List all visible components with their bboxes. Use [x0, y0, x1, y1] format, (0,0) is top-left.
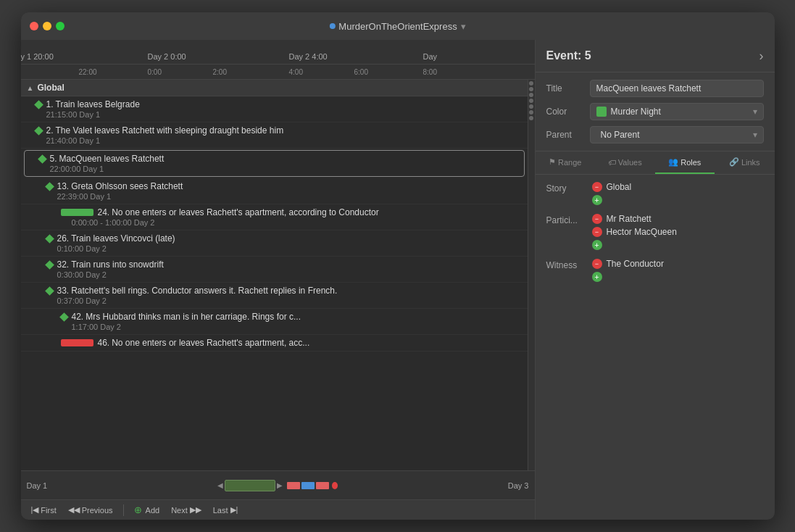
event-num: 46.	[98, 338, 110, 348]
minimap-bar-green	[225, 480, 275, 491]
event-num: 26.	[57, 233, 70, 244]
color-dropdown-icon: ▾	[753, 107, 757, 117]
event-num: 2.	[46, 125, 54, 136]
event-time: 0:37:00 Day 2	[57, 296, 522, 305]
color-select[interactable]: Murder Night ▾	[590, 103, 764, 120]
title-dot-icon	[329, 23, 335, 29]
detail-tabs: ⚑ Range 🏷 Values 👥 Roles 🔗 Links	[536, 151, 775, 175]
day-label-1: Day 1	[27, 481, 48, 490]
window-title: MurderOnTheOrientExpress ▾	[329, 21, 465, 32]
ruler-label-2: Day 2 0:00	[148, 52, 186, 61]
sub-tick-3: 2:00	[213, 68, 227, 76]
remove-conductor-button[interactable]: −	[592, 259, 602, 269]
last-icon: ▶|	[230, 505, 238, 515]
participants-role-label: Partici...	[546, 214, 586, 225]
minimap-color-bars	[287, 482, 338, 489]
minimap: ◀ ▶	[217, 480, 338, 491]
previous-label: Previous	[82, 506, 113, 515]
remove-macqueen-button[interactable]: −	[592, 227, 602, 237]
sub-tick-5: 6:00	[354, 68, 368, 76]
event-id-title: Event: 5	[546, 49, 591, 62]
witness-role-header: Witness − The Conductor +	[546, 259, 764, 282]
title-label: Title	[546, 83, 583, 93]
last-label: Last	[213, 506, 228, 515]
first-button[interactable]: |◀ First	[27, 504, 61, 516]
tab-links[interactable]: 🔗 Links	[715, 151, 775, 174]
event-title-text: Train runs into snowdrift	[71, 259, 164, 270]
event-item-33[interactable]: 33. Ratchett's bell rings. Conductor ans…	[21, 283, 528, 309]
add-label: Add	[146, 506, 160, 515]
event-item-42[interactable]: 42. Mrs Hubbard thinks man is in her car…	[21, 309, 528, 335]
add-participant-button[interactable]: +	[592, 240, 602, 250]
participant-entry-macqueen: − Hector MacQueen	[592, 227, 764, 237]
story-role-section: Story − Global +	[546, 182, 764, 205]
add-icon: ⊕	[134, 504, 142, 515]
minimap-red-bar2	[316, 482, 329, 489]
event-diamond-icon	[45, 234, 54, 244]
event-item-32[interactable]: 32. Train runs into snowdrift 0:30:00 Da…	[21, 257, 528, 283]
event-title-text: Train leaves Vincovci (late)	[71, 233, 175, 244]
event-item-26[interactable]: 26. Train leaves Vincovci (late) 0:10:00…	[21, 230, 528, 257]
color-value: Murder Night	[611, 107, 753, 117]
next-icon: ▶▶	[190, 505, 201, 515]
section-label: Global	[37, 83, 64, 93]
maximize-button[interactable]	[56, 22, 64, 30]
event-form: Title Color Murder Night ▾ Parent No Par…	[536, 72, 775, 151]
event-time: 22:39:00 Day 1	[57, 192, 522, 201]
event-num: 42.	[72, 312, 84, 322]
participant-entry-ratchett: − Mr Ratchett	[592, 214, 764, 224]
tab-values[interactable]: 🏷 Values	[595, 151, 655, 174]
add-story-button[interactable]: +	[592, 195, 602, 205]
witness-role-label: Witness	[546, 259, 586, 270]
add-button[interactable]: ⊕ Add	[130, 503, 165, 517]
color-swatch	[596, 107, 607, 117]
first-label: First	[41, 506, 56, 515]
parent-select[interactable]: No Parent ▾	[590, 126, 764, 144]
next-button[interactable]: Next ▶▶	[167, 504, 206, 516]
timeline-panel: y 1 20:00 Day 2 0:00 Day 2 4:00 Day 22:0…	[21, 40, 536, 520]
tab-roles-label: Roles	[680, 158, 701, 167]
roles-content: Story − Global + Partici...	[536, 175, 775, 520]
scrollbar-indicator	[529, 116, 533, 120]
witness-role-entries: − The Conductor +	[592, 259, 764, 282]
event-item-1[interactable]: 1. Train leaves Belgrade 21:15:00 Day 1	[21, 96, 528, 122]
title-input[interactable]	[590, 80, 764, 97]
events-list[interactable]: ▲ Global 1. Train leaves Belgrade 21:15:…	[21, 80, 528, 470]
minimize-button[interactable]	[43, 22, 51, 30]
event-item-46[interactable]: 46. No one enters or leaves Rachett's ap…	[21, 335, 528, 352]
event-num: 24.	[98, 207, 110, 217]
close-button[interactable]	[30, 22, 38, 30]
next-event-button[interactable]: ›	[759, 49, 764, 64]
scrollbar-indicator	[529, 99, 533, 103]
event-diamond-icon	[45, 286, 54, 296]
sub-tick-4: 4:00	[289, 68, 303, 76]
add-witness-button[interactable]: +	[592, 272, 602, 282]
links-icon: 🔗	[729, 157, 739, 167]
timeline-scrollbar[interactable]	[528, 80, 535, 470]
tab-links-label: Links	[741, 158, 760, 167]
event-time: 21:40:00 Day 1	[46, 136, 522, 145]
minimap-left-arrow[interactable]: ◀	[217, 481, 223, 489]
event-item-2[interactable]: 2. The Valet leaves Ratchett with sleepi…	[21, 122, 528, 149]
titlebar: MurderOnTheOrientExpress ▾	[21, 12, 775, 40]
event-num: 33.	[57, 286, 70, 296]
event-num: 13.	[57, 181, 70, 191]
timeline-bottom: Day 1 ◀ ▶ Day 3	[21, 470, 535, 499]
last-button[interactable]: Last ▶|	[209, 504, 243, 516]
event-item-13[interactable]: 13. Greta Ohlsson sees Ratchett 22:39:00…	[21, 178, 528, 204]
minimap-right-arrow[interactable]: ▶	[277, 481, 283, 489]
remove-global-button[interactable]: −	[592, 182, 602, 192]
event-bar-red-icon	[61, 339, 93, 346]
tab-roles[interactable]: 👥 Roles	[655, 151, 715, 174]
participant-ratchett: Mr Ratchett	[607, 214, 652, 224]
main-content: y 1 20:00 Day 2 0:00 Day 2 4:00 Day 22:0…	[21, 40, 775, 520]
ruler-label-1: y 1 20:00	[21, 52, 54, 61]
event-item-24[interactable]: 24. No one enters or leaves Rachett's ap…	[21, 204, 528, 230]
previous-button[interactable]: ◀◀ Previous	[64, 504, 117, 516]
parent-label: Parent	[546, 130, 583, 140]
tab-range[interactable]: ⚑ Range	[536, 151, 596, 174]
remove-ratchett-button[interactable]: −	[592, 214, 602, 224]
tab-values-label: Values	[618, 158, 642, 167]
section-header-global[interactable]: ▲ Global	[21, 80, 528, 96]
event-item-5[interactable]: 5. MacQueen leaves Ratchett 22:00:00 Day…	[24, 150, 525, 177]
